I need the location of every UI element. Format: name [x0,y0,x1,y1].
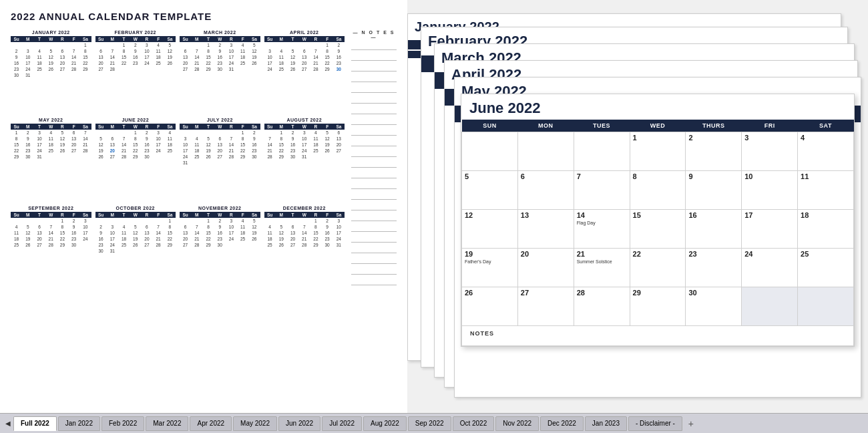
calendar-day: 26 [130,242,141,248]
calendar-day: 19 [130,236,141,242]
tab-oct-2022[interactable]: Oct 2022 [453,416,495,431]
calendar-day: 19 [45,60,57,66]
mini-cal-title-12: DECEMBER 2022 [264,206,345,210]
calendar-day: 2 [11,48,22,54]
calendar-day [95,218,107,224]
calendar-day: 13 [214,142,226,148]
mini-cal-header: R [226,124,237,130]
mini-cal-title-9: SEPTEMBER 2022 [11,206,91,210]
calendar-day: 20 [333,142,345,148]
june-day-cell: 26 [462,287,518,326]
calendar-day: 22 [79,60,91,66]
calendar-day: 26 [22,242,33,248]
tab---disclaimer--[interactable]: - Disclaimer - [628,416,682,431]
june-day-cell: 20 [517,249,574,287]
calendar-day [45,154,57,160]
calendar-day [130,218,141,224]
calendar-day: 30 [11,72,22,78]
calendar-day: 27 [214,154,226,160]
calendar-day: 5 [248,218,260,224]
tab-jul-2022[interactable]: Jul 2022 [322,416,362,431]
calendar-day: 11 [237,224,248,230]
calendar-day: 9 [130,48,141,54]
tab-jun-2022[interactable]: Jun 2022 [278,416,320,431]
calendar-day: 20 [298,60,310,66]
calendar-day: 22 [164,236,176,242]
calendar-day: 19 [164,54,176,60]
calendar-day: 26 [45,66,57,72]
calendar-day: 6 [214,136,226,142]
mini-cal-header: R [310,36,321,42]
calendar-day: 11 [45,136,57,142]
calendar-day [11,218,22,224]
tab-aug-2022[interactable]: Aug 2022 [363,416,407,431]
right-panel: January 2022 SUN MON TUES WED THURS FRI … [407,0,868,413]
calendar-day: 18 [153,54,164,60]
calendar-day: 21 [310,60,321,66]
calendar-day: 15 [202,230,214,236]
june-calendar-title: June 2022 [461,94,854,120]
calendar-day [248,242,260,248]
calendar-day [164,154,176,160]
calendar-day [202,160,214,166]
tab-may-2022[interactable]: May 2022 [233,416,277,431]
calendar-day: 13 [180,230,191,236]
calendar-day: 26 [95,154,107,160]
tab-prev-btn[interactable]: ◀ [3,418,13,428]
calendar-day: 3 [180,136,191,142]
mini-cal-title-11: NOVEMBER 2022 [180,206,260,210]
tab-apr-2022[interactable]: Apr 2022 [190,416,232,431]
calendar-day: 2 [333,42,345,48]
calendar-day [276,218,287,224]
day-number: 25 [801,250,851,258]
calendar-day: 18 [237,54,248,60]
calendar-day: 9 [11,54,22,60]
calendar-day: 24 [226,236,237,242]
mini-cal-header: F [322,36,333,42]
tab-dec-2022[interactable]: Dec 2022 [540,416,584,431]
tab-nov-2022[interactable]: Nov 2022 [495,416,539,431]
calendar-day: 31 [180,160,191,166]
notes-line-19 [351,235,397,243]
notes-line-2 [351,53,397,61]
calendar-day [226,130,237,136]
june-day-cell [462,132,518,171]
mini-cal-header: Sa [79,124,91,130]
mini-cal-header: W [214,124,226,130]
june-day-cell [574,132,630,171]
tab-feb-2022[interactable]: Feb 2022 [101,416,144,431]
day-number: 17 [744,211,795,219]
calendar-day: 24 [33,148,45,154]
calendar-day: 12 [248,48,260,54]
tab-jan-2023[interactable]: Jan 2023 [585,416,627,431]
tab-add-btn[interactable]: + [684,416,698,431]
calendar-day: 25 [237,60,248,66]
calendar-day: 10 [107,230,118,236]
tab-sep-2022[interactable]: Sep 2022 [408,416,451,431]
calendar-day: 28 [153,242,164,248]
calendar-day: 2 [287,130,298,136]
mini-cal-header: M [276,36,287,42]
calendar-day: 12 [130,230,141,236]
calendar-day: 2 [22,130,33,136]
june-day-cell: 16 [686,210,742,249]
calendar-day: 3 [153,130,164,136]
calendar-day: 3 [298,130,310,136]
calendar-day: 14 [191,230,202,236]
tab-mar-2022[interactable]: Mar 2022 [146,416,188,431]
calendar-day: 9 [95,230,107,236]
mini-cal-header: Sa [248,36,260,42]
mini-cal-header: W [298,36,310,42]
calendar-day: 10 [33,136,45,142]
tab-full-2022[interactable]: Full 2022 [13,416,57,431]
calendar-day [11,42,22,48]
calendar-day: 18 [118,236,130,242]
tab-jan-2022[interactable]: Jan 2022 [58,416,100,431]
calendar-day: 3 [333,218,345,224]
calendar-day: 11 [164,136,176,142]
calendar-day [248,66,260,72]
notes-line-5 [351,85,397,93]
calendar-day [68,154,79,160]
calendar-day: 14 [191,54,202,60]
calendar-day: 29 [310,242,321,248]
